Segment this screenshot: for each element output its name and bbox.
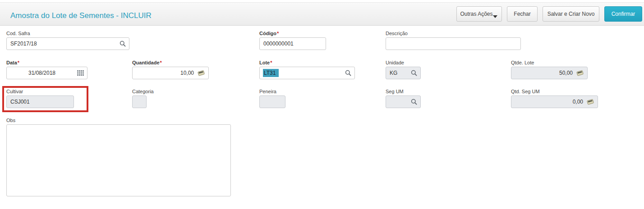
codigo-field: Código* (259, 31, 326, 50)
confirmar-button[interactable]: Confirmar (604, 6, 642, 22)
qtde-lote-label: Qtde. Lote (511, 60, 588, 65)
peneira-label: Peneira (259, 89, 285, 94)
lote-label: Lote* (259, 60, 355, 65)
codigo-label: Código* (259, 31, 326, 36)
amostra-lote-sementes-window: Amostra do Lote de Sementes - INCLUIR Ou… (0, 0, 644, 209)
fechar-button[interactable]: Fechar (507, 6, 538, 22)
codigo-input[interactable] (260, 38, 326, 50)
unidade-field: Unidade (386, 60, 421, 79)
peneira-input[interactable] (260, 96, 285, 108)
descricao-field: Descrição (386, 31, 521, 50)
peneira-field: Peneira (259, 89, 285, 108)
lote-field: Lote* LT31 (259, 60, 355, 79)
descricao-label: Descrição (386, 31, 521, 36)
descricao-input[interactable] (386, 38, 520, 50)
obs-field: Obs (6, 118, 231, 124)
qtd-seg-um-input[interactable] (511, 96, 598, 108)
seg-um-field: Seg UM (386, 89, 421, 108)
obs-textarea[interactable] (6, 124, 231, 196)
cod-safra-label: Cod. Safra (6, 31, 129, 36)
confirmar-label: Confirmar (612, 11, 635, 17)
outras-acoes-button[interactable]: Outras Ações (456, 6, 502, 22)
search-icon[interactable] (411, 70, 417, 76)
calculator-icon[interactable] (586, 99, 594, 105)
qtd-seg-um-field: Qtd. Seg UM (511, 89, 598, 108)
quantidade-field: Quantidade* (132, 60, 209, 79)
required-marker: * (160, 60, 162, 65)
page-title: Amostra do Lote de Sementes - INCLUIR (10, 11, 152, 20)
cultivar-input[interactable] (7, 96, 74, 108)
qtde-lote-field: Qtde. Lote (511, 60, 588, 79)
cultivar-field: Cultivar (6, 89, 74, 108)
cod-safra-input[interactable] (7, 38, 129, 50)
salvar-e-criar-novo-label: Salvar e Criar Novo (547, 11, 595, 17)
required-marker: * (270, 60, 272, 65)
outras-acoes-label: Outras Ações (460, 11, 492, 17)
cultivar-label: Cultivar (6, 89, 74, 94)
calculator-icon[interactable] (197, 70, 205, 76)
required-marker: * (18, 60, 19, 65)
search-icon[interactable] (411, 99, 417, 105)
header-bar: Amostra do Lote de Sementes - INCLUIR Ou… (0, 2, 644, 26)
fechar-label: Fechar (514, 11, 530, 17)
quantidade-label: Quantidade* (132, 60, 209, 65)
categoria-input[interactable] (133, 96, 146, 108)
search-icon[interactable] (120, 41, 126, 47)
lote-input[interactable]: LT31 (259, 67, 355, 79)
lote-selected-text: LT31 (263, 69, 279, 77)
required-marker: * (277, 31, 279, 36)
categoria-label: Categoria (132, 89, 147, 94)
data-field: Data* (6, 60, 87, 79)
seg-um-label: Seg UM (386, 89, 421, 94)
data-label: Data* (6, 60, 87, 65)
unidade-label: Unidade (386, 60, 421, 65)
data-input[interactable] (7, 67, 87, 79)
qtd-seg-um-label: Qtd. Seg UM (511, 89, 598, 94)
salvar-e-criar-novo-button[interactable]: Salvar e Criar Novo (543, 6, 599, 22)
cod-safra-field: Cod. Safra (6, 31, 129, 50)
dropdown-caret-icon (493, 15, 497, 18)
search-icon[interactable] (345, 70, 351, 76)
obs-label: Obs (6, 118, 231, 123)
calendar-icon[interactable] (77, 70, 84, 76)
categoria-field: Categoria (132, 89, 147, 108)
calculator-icon[interactable] (576, 70, 584, 76)
